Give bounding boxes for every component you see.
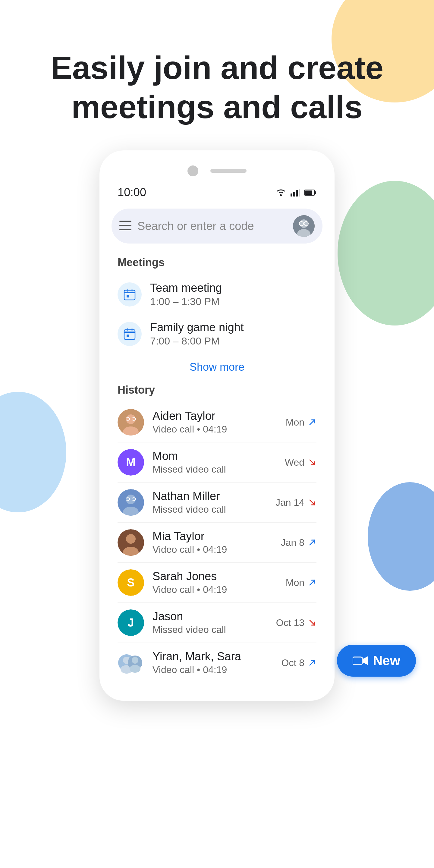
meeting-team-title: Team meeting <box>150 281 222 294</box>
avatar-aiden <box>118 409 144 435</box>
history-item-mom[interactable]: M Mom Missed video call Wed <box>99 442 335 482</box>
missed-call-icon-2 <box>308 498 316 507</box>
aiden-meta: Mon <box>286 417 316 428</box>
missed-call-icon-3 <box>308 618 316 627</box>
outgoing-call-icon-3 <box>308 578 316 587</box>
svg-line-45 <box>310 620 315 625</box>
mia-date: Jan 8 <box>281 537 304 548</box>
menu-icon[interactable] <box>119 219 131 233</box>
avatar-mia <box>118 529 144 556</box>
svg-point-35 <box>126 495 135 504</box>
svg-rect-1 <box>290 193 292 196</box>
mom-sub: Missed video call <box>153 464 276 475</box>
sarah-info: Sarah Jones Video call • 04:19 <box>153 570 277 595</box>
status-time: 10:00 <box>118 186 146 199</box>
history-item-mia[interactable]: Mia Taylor Video call • 04:19 Jan 8 <box>99 523 335 562</box>
history-item-jason[interactable]: J Jason Missed video call Oct 13 <box>99 603 335 643</box>
svg-point-41 <box>126 534 135 544</box>
sarah-sub: Video call • 04:19 <box>153 584 277 595</box>
status-icons <box>276 189 316 196</box>
mom-date: Wed <box>285 457 304 468</box>
avatar-jason: J <box>118 610 144 636</box>
sarah-name: Sarah Jones <box>153 570 277 583</box>
svg-rect-9 <box>119 225 131 226</box>
svg-rect-10 <box>119 229 131 230</box>
aiden-date: Mon <box>286 417 304 428</box>
svg-rect-22 <box>124 330 135 339</box>
outgoing-call-icon-4 <box>308 658 316 667</box>
svg-point-51 <box>130 665 141 673</box>
svg-line-39 <box>310 500 315 505</box>
jason-avatar-circle: J <box>118 610 144 636</box>
aiden-info: Aiden Taylor Video call • 04:19 <box>153 410 277 435</box>
wifi-icon <box>276 189 286 196</box>
avatar-yiran <box>118 650 144 676</box>
jason-sub: Missed video call <box>153 624 268 635</box>
svg-line-43 <box>310 540 315 545</box>
search-bar[interactable]: Search or enter a code <box>112 209 322 244</box>
history-item-sarah[interactable]: S Sarah Jones Video call • 04:19 Mon <box>99 563 335 602</box>
signal-icon <box>290 189 300 196</box>
phone-speaker <box>210 169 247 173</box>
history-item-aiden[interactable]: Aiden Taylor Video call • 04:19 Mon <box>99 402 335 442</box>
svg-point-50 <box>132 657 138 664</box>
svg-line-52 <box>310 660 315 665</box>
meeting-calendar-icon <box>118 282 142 307</box>
mia-sub: Video call • 04:19 <box>153 544 273 555</box>
meeting-item-family[interactable]: Family game night 7:00 – 8:00 PM <box>99 314 335 353</box>
svg-line-44 <box>310 580 315 585</box>
mom-name: Mom <box>153 450 276 463</box>
meeting-family-info: Family game night 7:00 – 8:00 PM <box>150 321 244 347</box>
meeting-item-team[interactable]: Team meeting 1:00 – 1:30 PM <box>99 275 335 314</box>
svg-rect-7 <box>315 191 316 194</box>
mia-name: Mia Taylor <box>153 530 273 543</box>
yiran-date: Oct 8 <box>281 657 304 669</box>
yiran-info: Yiran, Mark, Sara Video call • 04:19 <box>153 650 273 675</box>
phone-frame: 10:00 <box>99 150 335 701</box>
mom-avatar-circle: M <box>118 449 144 475</box>
nathan-info: Nathan Miller Missed video call <box>153 490 267 515</box>
svg-rect-2 <box>293 192 295 196</box>
hero-section: Easily join and create meetings and call… <box>0 0 434 150</box>
outgoing-call-icon-2 <box>308 538 316 547</box>
svg-rect-3 <box>296 190 298 196</box>
meeting-family-title: Family game night <box>150 321 244 334</box>
nathan-date: Jan 14 <box>276 497 304 508</box>
yiran-sub: Video call • 04:19 <box>153 664 273 675</box>
jason-name: Jason <box>153 610 268 623</box>
svg-rect-4 <box>299 189 300 196</box>
svg-point-28 <box>126 414 135 424</box>
aiden-sub: Video call • 04:19 <box>153 424 277 435</box>
nathan-sub: Missed video call <box>153 504 267 515</box>
jason-info: Jason Missed video call <box>153 610 268 635</box>
svg-rect-23 <box>124 332 135 333</box>
history-item-yiran[interactable]: Yiran, Mark, Sara Video call • 04:19 Oct… <box>99 643 335 683</box>
svg-rect-26 <box>127 335 129 337</box>
show-more-label[interactable]: Show more <box>190 361 244 373</box>
sarah-meta: Mon <box>286 577 316 588</box>
mom-info: Mom Missed video call <box>153 450 276 475</box>
nathan-name: Nathan Miller <box>153 490 267 503</box>
sarah-avatar-circle: S <box>118 569 144 596</box>
svg-line-32 <box>310 420 315 425</box>
nathan-meta: Jan 14 <box>276 497 316 508</box>
meeting-family-time: 7:00 – 8:00 PM <box>150 335 244 347</box>
history-header: History <box>99 381 335 402</box>
user-avatar[interactable] <box>293 215 315 237</box>
yiran-name: Yiran, Mark, Sara <box>153 650 273 663</box>
avatar-mom: M <box>118 449 144 475</box>
phone-camera <box>187 165 198 176</box>
battery-icon <box>304 189 316 196</box>
show-more-button[interactable]: Show more <box>99 353 335 381</box>
svg-rect-18 <box>124 292 135 293</box>
svg-rect-6 <box>305 190 312 195</box>
sarah-date: Mon <box>286 577 304 588</box>
outgoing-call-icon <box>308 418 316 427</box>
mia-meta: Jan 8 <box>281 537 316 548</box>
hero-title: Easily join and create meetings and call… <box>30 48 404 126</box>
meeting-team-time: 1:00 – 1:30 PM <box>150 296 222 307</box>
history-item-nathan[interactable]: Nathan Miller Missed video call Jan 14 <box>99 483 335 522</box>
search-input-placeholder[interactable]: Search or enter a code <box>137 220 287 233</box>
meetings-header: Meetings <box>99 253 335 275</box>
avatar-sarah: S <box>118 569 144 596</box>
